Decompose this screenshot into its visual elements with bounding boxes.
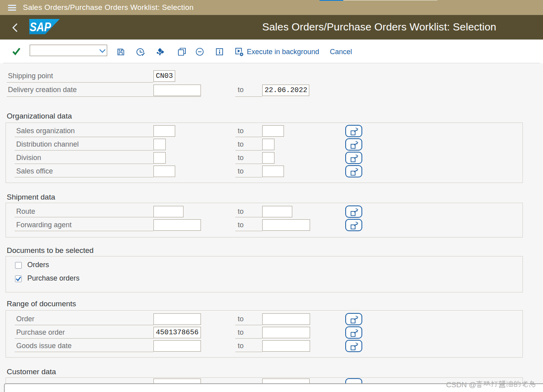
svg-text:SAP: SAP — [30, 20, 51, 34]
